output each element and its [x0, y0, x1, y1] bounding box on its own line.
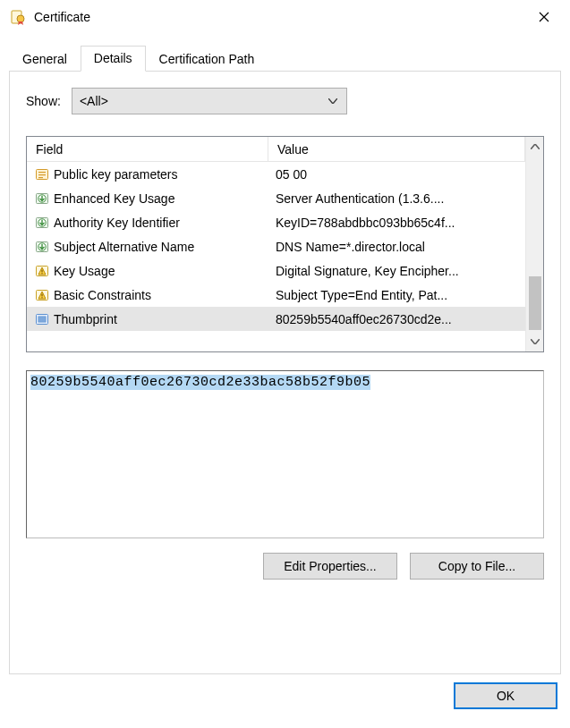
- header-field[interactable]: Field: [27, 137, 268, 162]
- close-icon: [539, 12, 549, 22]
- field-value: 05 00: [276, 167, 307, 182]
- svg-rect-13: [41, 269, 42, 272]
- tab-label: General: [22, 52, 67, 66]
- ext-arrow-icon: [34, 215, 50, 231]
- tab-label: Certification Path: [159, 52, 255, 66]
- show-select[interactable]: <All>: [72, 88, 347, 114]
- titlebar: Certificate: [0, 0, 570, 34]
- ext-warn-icon: [34, 263, 50, 279]
- ext-warn-icon: [34, 287, 50, 303]
- button-label: Copy to File...: [438, 559, 515, 573]
- scroll-thumb[interactable]: [529, 276, 541, 330]
- svg-rect-3: [38, 172, 46, 173]
- list-row[interactable]: Basic Constraints Subject Type=End Entit…: [27, 283, 525, 307]
- ext-prop-icon: [34, 166, 50, 182]
- scroll-up-icon[interactable]: [526, 137, 544, 157]
- list-scrollbar[interactable]: [525, 137, 543, 351]
- show-selected-value: <All>: [80, 94, 108, 108]
- svg-rect-4: [38, 174, 46, 175]
- field-label: Public key parameters: [54, 167, 178, 182]
- action-buttons: Edit Properties... Copy to File...: [26, 553, 544, 580]
- svg-rect-14: [41, 273, 42, 274]
- detail-value-text: 80259b5540aff0ec26730cd2e33bac58b52f9b05: [30, 375, 370, 390]
- field-label: Subject Alternative Name: [54, 240, 194, 254]
- field-label: Basic Constraints: [54, 288, 151, 302]
- field-value: Subject Type=End Entity, Pat...: [276, 288, 447, 302]
- fields-listbox: Field Value Public key parameters 05 00: [26, 136, 544, 352]
- field-value: Digital Signature, Key Encipher...: [276, 264, 459, 278]
- tab-pane-details: Show: <All> Field Value: [9, 71, 561, 674]
- thumbprint-icon: [34, 311, 50, 327]
- scroll-down-icon[interactable]: [526, 332, 544, 351]
- ext-arrow-icon: [34, 239, 50, 255]
- close-button[interactable]: [523, 3, 565, 31]
- button-label: Edit Properties...: [284, 559, 377, 573]
- dialog-footer: OK: [0, 674, 570, 728]
- field-label: Thumbprint: [54, 312, 117, 326]
- tabstrip: General Details Certification Path: [9, 45, 561, 71]
- svg-rect-16: [41, 293, 42, 296]
- list-header: Field Value: [27, 137, 525, 162]
- list-row[interactable]: Public key parameters 05 00: [27, 162, 525, 186]
- tab-details[interactable]: Details: [81, 46, 146, 72]
- tab-label: Details: [94, 51, 132, 65]
- header-value[interactable]: Value: [268, 137, 525, 162]
- certificate-icon: [9, 8, 27, 26]
- certificate-dialog: Certificate General Details Certificatio…: [0, 0, 570, 728]
- svg-rect-17: [41, 297, 42, 298]
- ext-arrow-icon: [34, 190, 50, 207]
- list-rows: Public key parameters 05 00 Enhanced Key…: [27, 162, 525, 351]
- field-value: DNS Name=*.director.local: [276, 240, 425, 254]
- field-value: Server Authentication (1.3.6....: [276, 191, 444, 206]
- edit-properties-button[interactable]: Edit Properties...: [263, 553, 397, 580]
- list-row[interactable]: Thumbprint 80259b5540aff0ec26730cd2e...: [27, 307, 525, 331]
- field-label: Key Usage: [54, 264, 115, 278]
- list-row[interactable]: Key Usage Digital Signature, Key Enciphe…: [27, 258, 525, 283]
- list-row[interactable]: Enhanced Key Usage Server Authentication…: [27, 186, 525, 210]
- svg-point-1: [17, 15, 24, 22]
- show-label: Show:: [26, 94, 61, 108]
- window-title: Certificate: [34, 10, 523, 24]
- copy-to-file-button[interactable]: Copy to File...: [410, 553, 544, 580]
- show-filter-row: Show: <All>: [26, 88, 544, 114]
- svg-rect-5: [38, 177, 43, 178]
- tab-general[interactable]: General: [9, 47, 81, 72]
- chevron-down-icon: [328, 98, 337, 104]
- field-label: Enhanced Key Usage: [54, 191, 174, 206]
- ok-button[interactable]: OK: [454, 682, 557, 709]
- list-row[interactable]: Authority Key Identifier KeyID=788abdbbc…: [27, 210, 525, 234]
- field-label: Authority Key Identifier: [54, 216, 180, 230]
- list-row[interactable]: Subject Alternative Name DNS Name=*.dire…: [27, 234, 525, 258]
- tab-certification-path[interactable]: Certification Path: [146, 47, 268, 72]
- button-label: OK: [497, 689, 515, 703]
- field-value: KeyID=788abdbbc093bb65c4f...: [276, 216, 455, 230]
- field-value: 80259b5540aff0ec26730cd2e...: [276, 312, 452, 326]
- detail-value-box[interactable]: 80259b5540aff0ec26730cd2e33bac58b52f9b05: [26, 370, 544, 538]
- content-area: General Details Certification Path Show:…: [0, 34, 570, 674]
